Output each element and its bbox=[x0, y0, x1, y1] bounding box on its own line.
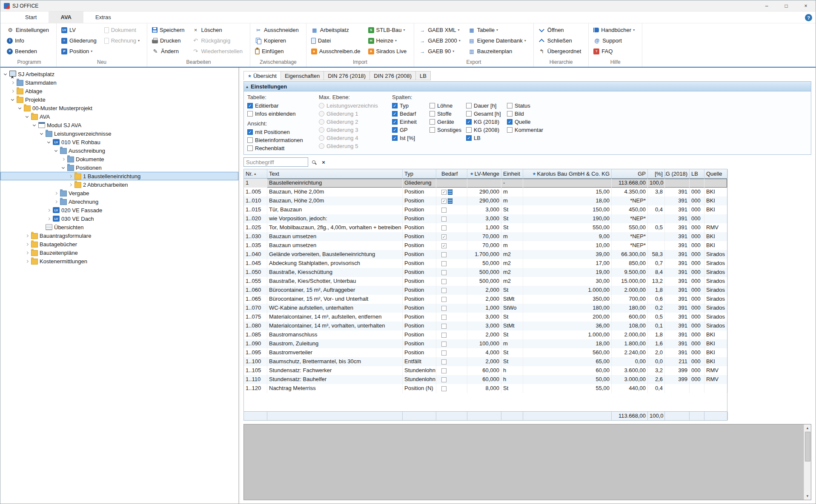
table-row[interactable]: 1..045Abdeckung Stahlplatten, provisoris… bbox=[244, 259, 727, 268]
checkbox-stoffe[interactable]: Stoffe bbox=[429, 110, 466, 118]
table-row[interactable]: 1..065Bürocontainer, 15 m², Vor- und Unt… bbox=[244, 295, 727, 304]
speichern-button[interactable]: Speichern bbox=[150, 25, 189, 35]
bedarf-checkbox[interactable]: ✓ bbox=[441, 199, 447, 204]
eigene-datenbank-button[interactable]: ▤Eigene Datenbank▾ bbox=[467, 35, 530, 46]
table-row[interactable]: 1..060Bürocontainer, 15 m², Auftraggeber… bbox=[244, 286, 727, 295]
detail-scrollbar[interactable]: ▲ ▼ bbox=[804, 424, 811, 500]
minimize-icon[interactable]: – bbox=[757, 0, 776, 11]
table-row[interactable]: 1..020wie Vorposition, jedoch:Position3,… bbox=[244, 214, 727, 223]
scroll-up-icon[interactable]: ▲ bbox=[804, 424, 811, 432]
bedarf-checkbox[interactable] bbox=[441, 324, 447, 329]
expander-icon[interactable] bbox=[46, 218, 51, 220]
tree-item-abrechnung[interactable]: Abrechnung bbox=[0, 197, 238, 206]
column-header-nr[interactable]: Nr.▲ bbox=[244, 169, 267, 178]
close-icon[interactable]: × bbox=[796, 0, 816, 11]
checkbox-mit-positionen[interactable]: ✓mit Positionen bbox=[247, 128, 319, 136]
ausschreiben-de-button[interactable]: aAusschreiben.de bbox=[309, 46, 365, 57]
tree-item-vergabe[interactable]: Vergabe bbox=[0, 189, 238, 197]
tree-item-kostenermittlungen[interactable]: Kostenermittlungen bbox=[0, 257, 238, 265]
tree-item-020-ve-fassade[interactable]: LV020 VE Fassade bbox=[0, 206, 238, 214]
table-row[interactable]: 1BaustelleneinrichtungGliederung-113.668… bbox=[244, 179, 727, 188]
expander-icon[interactable] bbox=[25, 252, 29, 254]
expander-icon[interactable] bbox=[3, 74, 8, 75]
table-row[interactable]: 1..050Baustraße, KiesschüttungPosition50… bbox=[244, 268, 727, 277]
table-row[interactable]: 1..005Bauzaun, Höhe 2,00mPosition✓290,00… bbox=[244, 188, 727, 196]
bedarf-checkbox[interactable] bbox=[441, 252, 447, 257]
column-header-[interactable]: [%] bbox=[648, 169, 665, 178]
column-header-lv-menge[interactable]: ★LV-Menge bbox=[467, 169, 501, 178]
tab-uebersicht[interactable]: ★Übersicht bbox=[243, 71, 281, 80]
expander-icon[interactable] bbox=[61, 167, 66, 168]
column-header-gp[interactable]: GP bbox=[612, 169, 648, 178]
bedarf-checkbox[interactable] bbox=[441, 216, 447, 222]
column-header-kg-2018[interactable]: KG (2018) bbox=[665, 169, 690, 178]
column-header-karolus-bau-gmbh-co-kg[interactable]: ★Karolus Bau GmbH & Co. KG bbox=[523, 169, 612, 178]
bedarf-checkbox[interactable] bbox=[441, 377, 447, 382]
table-row[interactable]: 1..040Gelände vorbereiten, Baustellenein… bbox=[244, 250, 727, 259]
table-row[interactable]: 1..025Tor, Mobilbauzaun, 2flg., 4,00m, v… bbox=[244, 223, 727, 232]
tree-item-ausschreibung[interactable]: Ausschreibung bbox=[0, 146, 238, 155]
table-row[interactable]: 1..105Stundensatz: FachwerkerStundenlohn… bbox=[244, 366, 727, 375]
tree-item-projekte[interactable]: Projekte bbox=[0, 95, 238, 104]
bedarf-checkbox[interactable] bbox=[441, 225, 447, 231]
tab-start[interactable]: Start bbox=[13, 11, 49, 23]
expander-icon[interactable] bbox=[25, 235, 29, 237]
expander-icon[interactable] bbox=[25, 260, 29, 262]
tree-item-bautagebuecher[interactable]: Bautagebücher bbox=[0, 240, 238, 248]
table-row[interactable]: 1..035Bauzaun umsetzenPosition✓70,000m10… bbox=[244, 241, 727, 250]
tree-item-bauantragsformulare[interactable]: Bauantragsformulare bbox=[0, 231, 238, 240]
checkbox-bedarf[interactable]: ✓Bedarf bbox=[392, 110, 429, 118]
expander-icon[interactable] bbox=[39, 133, 44, 134]
gliederung-button[interactable]: ≡Gliederung bbox=[60, 35, 101, 46]
expander-icon[interactable] bbox=[54, 201, 58, 203]
loeschen-button[interactable]: ×Löschen bbox=[191, 25, 247, 35]
table-row[interactable]: 1..055Baustraße, Kies/Schotter, Unterbau… bbox=[244, 277, 727, 286]
table-row[interactable]: 1..090Baustrom, ZuleitungPosition100,000… bbox=[244, 339, 727, 348]
position-button[interactable]: PPosition▾ bbox=[60, 46, 101, 57]
checkbox-lb[interactable]: ✓LB bbox=[466, 134, 507, 142]
info-button[interactable]: iInfo bbox=[5, 35, 53, 46]
expander-icon[interactable] bbox=[25, 243, 29, 245]
gaeb-xml-button[interactable]: →GAEB XML▾ bbox=[417, 25, 465, 35]
tree-item-positionen[interactable]: Positionen bbox=[0, 163, 238, 172]
bedarf-checkbox[interactable] bbox=[441, 342, 447, 347]
search-input[interactable] bbox=[243, 157, 308, 167]
heinze-button[interactable]: HHeinze▾ bbox=[366, 35, 411, 46]
bedarf-checkbox[interactable] bbox=[441, 279, 447, 284]
tab-eigenschaften[interactable]: Eigenschaften bbox=[281, 71, 324, 80]
expander-icon[interactable] bbox=[32, 125, 37, 126]
bedarf-checkbox[interactable]: ✓ bbox=[441, 234, 447, 239]
bedarf-checkbox[interactable] bbox=[441, 386, 447, 391]
support-button[interactable]: @Support bbox=[592, 35, 639, 46]
handbuecher-button[interactable]: Handbücher▾ bbox=[592, 25, 639, 35]
bauzeitenplan-button[interactable]: ▥Bauzeitenplan bbox=[467, 46, 530, 57]
expander-icon[interactable] bbox=[17, 108, 22, 109]
clear-search-icon[interactable]: × bbox=[319, 158, 328, 166]
expander-icon[interactable] bbox=[54, 192, 58, 194]
table-row[interactable]: 1..010Bauzaun, Höhe 2,00mPosition✓290,00… bbox=[244, 196, 727, 205]
checkbox-ist[interactable]: ✓Ist [%] bbox=[392, 134, 429, 142]
tree-item-modul-sj-ava[interactable]: Modul SJ AVA bbox=[0, 121, 238, 129]
column-header-text[interactable]: Text bbox=[267, 169, 403, 178]
arbeitsplatz-button[interactable]: ▦Arbeitsplatz bbox=[309, 25, 365, 35]
checkbox-gesamt-h[interactable]: Gesamt [h] bbox=[466, 110, 507, 118]
scroll-down-icon[interactable]: ▼ bbox=[804, 493, 811, 500]
expander-icon[interactable] bbox=[10, 99, 15, 100]
tree-item-leistungsverzeichnisse[interactable]: Leistungsverzeichnisse bbox=[0, 129, 238, 138]
bedarf-checkbox[interactable] bbox=[441, 359, 447, 364]
datei-button[interactable]: Datei bbox=[309, 35, 365, 46]
checkbox-gp[interactable]: ✓GP bbox=[392, 126, 429, 134]
tab-din-276-2008[interactable]: DIN 276 (2008) bbox=[370, 71, 416, 80]
table-row[interactable]: 1..080Materialcontainer, 14 m³, vorhalte… bbox=[244, 322, 727, 330]
checkbox-geraete[interactable]: Geräte bbox=[429, 118, 466, 126]
bedarf-checkbox[interactable]: ✓ bbox=[441, 243, 447, 248]
checkbox-status[interactable]: Status bbox=[507, 102, 551, 110]
table-row[interactable]: 1..015Tür, BauzaunPosition3,000St150,004… bbox=[244, 205, 727, 214]
column-header-lb[interactable]: LB bbox=[690, 169, 704, 178]
tree-item-bauzeitenplaene[interactable]: Bauzeitenpläne bbox=[0, 248, 238, 257]
einfuegen-button[interactable]: Einfügen bbox=[253, 46, 303, 57]
scrollbar-thumb[interactable] bbox=[805, 432, 810, 461]
bedarf-checkbox[interactable] bbox=[441, 315, 447, 320]
uebergeordnet-button[interactable]: ↰Übergeordnet bbox=[537, 46, 586, 57]
gaeb-2000-button[interactable]: →GAEB 2000▾ bbox=[417, 35, 465, 46]
